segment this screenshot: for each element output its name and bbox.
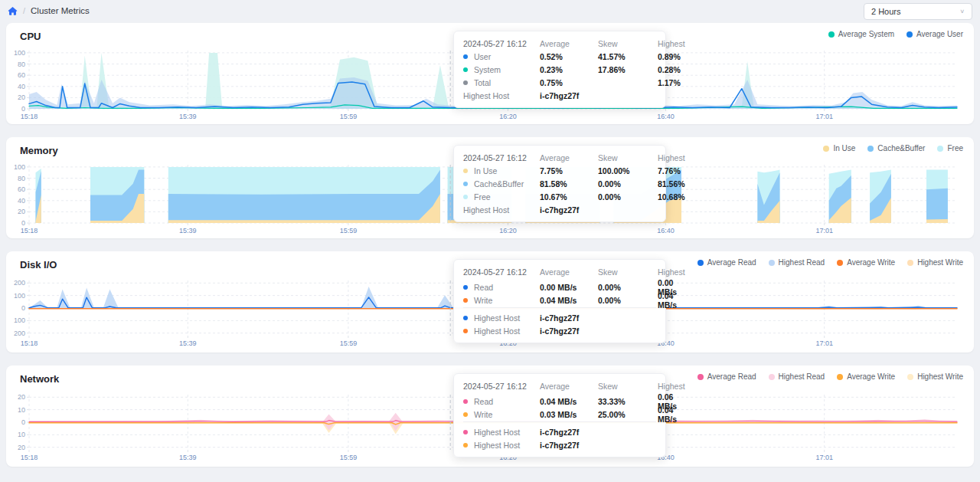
tooltip-header-row: 2024-05-27 16:12AverageSkewHighest — [463, 379, 656, 392]
tooltip-row: Free10.67%0.00%10.68% — [463, 190, 656, 203]
tooltip-value: 10.67% — [540, 192, 598, 202]
cpu-metric-card: CPU Average SystemAverage User 020406080… — [6, 23, 974, 124]
tooltip-row-label: Read — [474, 397, 493, 406]
tooltip-value: 25.00% — [598, 410, 658, 419]
series-dot-icon — [463, 195, 468, 199]
breadcrumb-title: Cluster Metrics — [31, 6, 90, 15]
legend-dot-icon — [697, 374, 704, 380]
tooltip-row: System0.23%17.86%0.28% — [463, 63, 656, 76]
tooltip-column-header: Skew — [598, 382, 658, 391]
svg-text:20: 20 — [18, 93, 25, 101]
svg-text:15:59: 15:59 — [340, 454, 358, 461]
network-legend: Average ReadHighest ReadAverage WriteHig… — [697, 372, 963, 381]
legend-label: Free — [947, 144, 963, 152]
tooltip-value: 0.00 MB/s — [540, 283, 598, 292]
legend-item-average-write[interactable]: Average Write — [837, 258, 895, 267]
tooltip-column-header: Skew — [598, 267, 658, 277]
svg-text:20: 20 — [18, 393, 25, 401]
legend-dot-icon — [697, 260, 704, 266]
svg-text:15:59: 15:59 — [340, 339, 358, 347]
top-navigation-bar: / Cluster Metrics 2 Hours ∨ — [0, 0, 980, 21]
legend-dot-icon — [823, 146, 829, 152]
series-dot-icon — [463, 80, 468, 85]
tooltip-value: i-c7hgz27f — [540, 326, 598, 336]
breadcrumb-separator: / — [23, 6, 25, 15]
svg-text:200: 200 — [14, 330, 25, 337]
cpu-legend: Average SystemAverage User — [828, 30, 963, 38]
legend-item-highest-write[interactable]: Highest Write — [907, 372, 963, 381]
tooltip-value: 7.75% — [540, 166, 598, 175]
tooltip-row: Write0.04 MB/s0.00%0.04 MB/s — [463, 291, 656, 304]
tooltip-row-label: Cache&Buffer — [474, 179, 524, 189]
series-dot-icon — [463, 430, 468, 434]
svg-text:60: 60 — [18, 71, 25, 79]
legend-item-average-read[interactable]: Average Read — [697, 372, 756, 381]
svg-text:17:01: 17:01 — [815, 339, 833, 347]
tooltip-value: i-c7hgz27f — [540, 441, 598, 450]
tooltip-value: i-c7hgz27f — [540, 428, 598, 437]
legend-item-highest-write[interactable]: Highest Write — [907, 258, 963, 267]
tooltip-value: 0.00% — [598, 192, 658, 202]
series-dot-icon — [463, 54, 468, 59]
tooltip-column-header: Highest — [658, 267, 685, 277]
cpu-tooltip: 2024-05-27 16:12AverageSkewHighestUser0.… — [453, 31, 666, 108]
svg-text:0: 0 — [21, 219, 25, 227]
svg-text:0: 0 — [21, 304, 25, 312]
tooltip-value: 81.56% — [658, 179, 685, 189]
legend-item-highest-read[interactable]: Highest Read — [769, 258, 825, 267]
svg-text:80: 80 — [18, 61, 25, 68]
legend-dot-icon — [907, 374, 913, 380]
legend-dot-icon — [769, 260, 775, 266]
tooltip-value: i-c7hgz27f — [540, 313, 598, 323]
tooltip-row-label: Write — [474, 296, 492, 305]
tooltip-value: 17.86% — [598, 65, 658, 74]
legend-item-free[interactable]: Free — [937, 144, 963, 152]
tooltip-divider — [463, 421, 656, 422]
memory-metric-card: Memory In UseCache&BufferFree 0204060801… — [6, 137, 974, 238]
legend-item-highest-read[interactable]: Highest Read — [769, 372, 825, 381]
tooltip-value: 0.89% — [658, 52, 681, 61]
tooltip-divider — [463, 307, 656, 308]
tooltip-column-header: Average — [540, 382, 598, 391]
legend-item-average-write[interactable]: Average Write — [837, 372, 895, 381]
svg-text:10: 10 — [18, 431, 25, 438]
time-range-select[interactable]: 2 Hours ∨ — [864, 3, 972, 20]
tooltip-value: 0.04 MB/s — [658, 291, 677, 310]
legend-item-cache-buffer[interactable]: Cache&Buffer — [867, 144, 925, 152]
svg-text:40: 40 — [18, 197, 25, 205]
legend-item-average-user[interactable]: Average User — [906, 30, 963, 38]
legend-label: Average Write — [847, 258, 895, 267]
legend-label: Average System — [838, 30, 894, 38]
memory-tooltip: 2024-05-27 16:12AverageSkewHighestIn Use… — [453, 145, 666, 222]
tooltip-row-label: Highest Host — [474, 441, 520, 450]
tooltip-row: Read0.00 MB/s0.00%0.00 MB/s — [463, 278, 656, 291]
legend-label: Average User — [916, 30, 963, 38]
tooltip-row: Cache&Buffer81.58%0.00%81.56% — [463, 177, 656, 190]
legend-label: Cache&Buffer — [877, 144, 925, 152]
tooltip-column-header: Highest — [658, 39, 685, 48]
legend-item-in-use[interactable]: In Use — [823, 144, 855, 152]
svg-text:100: 100 — [14, 316, 25, 324]
time-range-value: 2 Hours — [871, 7, 901, 16]
series-dot-icon — [463, 316, 468, 320]
tooltip-value: 0.52% — [540, 52, 598, 61]
tooltip-row-label: Highest Host — [474, 428, 520, 437]
legend-item-average-read[interactable]: Average Read — [697, 258, 756, 267]
svg-text:200: 200 — [14, 279, 25, 287]
legend-item-average-system[interactable]: Average System — [828, 30, 894, 38]
tooltip-value: 0.04 MB/s — [658, 405, 677, 424]
tooltip-column-header: Skew — [598, 153, 658, 162]
tooltip-header-row: 2024-05-27 16:12AverageSkewHighest — [463, 265, 656, 278]
svg-text:15:59: 15:59 — [340, 227, 358, 234]
legend-label: In Use — [833, 144, 855, 152]
memory-legend: In UseCache&BufferFree — [823, 144, 963, 152]
svg-text:16:20: 16:20 — [499, 113, 517, 120]
tooltip-row-label: Highest Host — [474, 326, 520, 336]
home-icon[interactable] — [8, 6, 18, 16]
legend-label: Average Read — [707, 372, 756, 381]
tooltip-value: i-c7hgz27f — [540, 91, 598, 100]
tooltip-row: Highest Hosti-c7hgz27f — [463, 438, 656, 451]
tooltip-row-label: Free — [474, 192, 491, 202]
memory-card-title: Memory — [20, 145, 58, 156]
tooltip-value: 33.33% — [598, 397, 658, 406]
